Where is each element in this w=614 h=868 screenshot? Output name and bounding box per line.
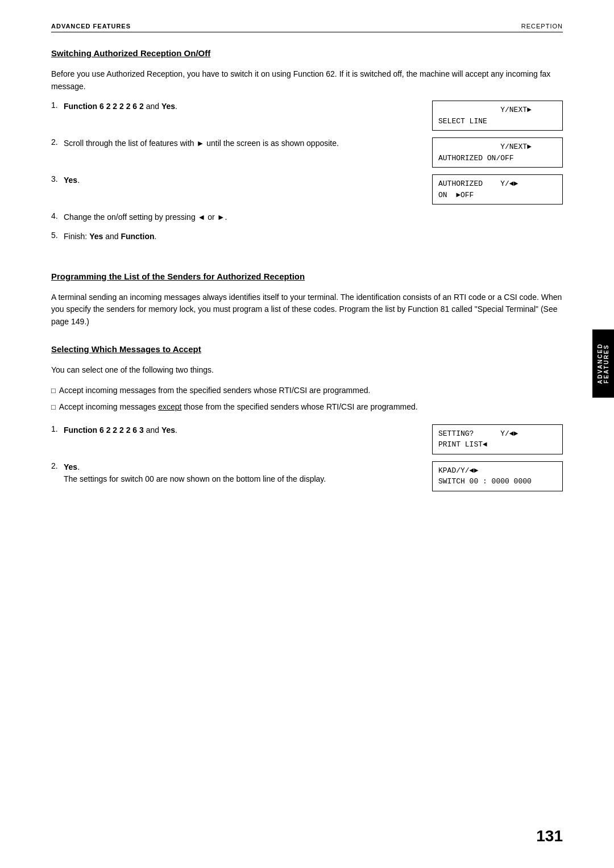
checkbox2-text: Accept incoming messages except those fr… (59, 401, 418, 413)
s3-step2-lcd: KPAD/Y/◄► SWITCH 00 : 0000 0000 (432, 461, 563, 491)
s3-step2: 2. Yes. The settings for switch 00 are n… (51, 461, 415, 486)
step1-row: 1. Function 6 2 2 2 2 6 2 and Yes. Y/NEX… (51, 101, 563, 131)
step3-lcd: AUTHORIZED Y/◄► ON ►OFF (432, 174, 563, 205)
step1-content: Function 6 2 2 2 2 6 2 and Yes. (64, 101, 415, 113)
s3-step2-row: 2. Yes. The settings for switch 00 are n… (51, 461, 563, 493)
section1: Switching Authorized Reception On/Off Be… (51, 48, 563, 243)
step3-left: 3. Yes. (51, 174, 415, 194)
step4: 4. Change the on/off setting by pressing… (51, 211, 563, 224)
s3-step1-and: and (146, 425, 161, 435)
s3-step1-lcd: SETTING? Y/◄► PRINT LIST◄ (432, 424, 563, 454)
section2-heading: Programming the List of the Senders for … (51, 272, 563, 281)
s3-step1-period: . (175, 425, 177, 435)
step1-period: . (175, 102, 177, 111)
side-tab: ADVANCEDFEATURES (592, 329, 614, 398)
side-tab-text: ADVANCEDFEATURES (597, 343, 609, 384)
step5-number: 5. (51, 231, 64, 240)
s3-step2-subtext: The settings for switch 00 are now shown… (64, 474, 326, 483)
lcd2-line1: Y/NEXT► (438, 141, 557, 153)
s3-step2-content: Yes. The settings for switch 00 are now … (64, 461, 415, 486)
checkbox1-symbol: □ (51, 385, 56, 397)
s3-step2-bold: Yes (64, 462, 77, 471)
step1-bold2: Yes (161, 102, 175, 111)
step1-number: 1. (51, 101, 64, 110)
step3-row: 3. Yes. AUTHORIZED Y/◄► ON ►OFF (51, 174, 563, 205)
except-word: except (158, 402, 181, 411)
section3: Selecting Which Messages to Accept You c… (51, 344, 563, 493)
lcd-box-1: Y/NEXT► SELECT LINE (432, 101, 563, 131)
step1: 1. Function 6 2 2 2 2 6 2 and Yes. (51, 101, 415, 113)
checkbox2-item: □ Accept incoming messages except those … (51, 401, 563, 413)
s3-step2-period: . (77, 462, 80, 471)
step1-left: 1. Function 6 2 2 2 2 6 2 and Yes. (51, 101, 415, 120)
step2-number: 2. (51, 137, 64, 147)
step1-bold1: Function 6 2 2 2 2 6 2 (64, 102, 144, 111)
step5-function: Function (121, 232, 154, 241)
lcd-s3-1-line1: SETTING? Y/◄► (438, 428, 557, 440)
section3-heading: Selecting Which Messages to Accept (51, 344, 563, 354)
step2-lcd: Y/NEXT► AUTHORIZED ON/OFF (432, 137, 563, 168)
lcd1-line1: Y/NEXT► (438, 105, 557, 116)
page-header: ADVANCED FEATURES RECEPTION (51, 23, 563, 32)
checkbox2-symbol: □ (51, 402, 56, 413)
step5-content: Finish: Yes and Function. (64, 231, 563, 243)
step1-lcd: Y/NEXT► SELECT LINE (432, 101, 563, 131)
s3-step2-number: 2. (51, 461, 64, 470)
step1-and: and (146, 102, 161, 111)
step2: 2. Scroll through the list of features w… (51, 137, 415, 150)
lcd-box-2: Y/NEXT► AUTHORIZED ON/OFF (432, 137, 563, 168)
s3-step1: 1. Function 6 2 2 2 2 6 3 and Yes. (51, 424, 415, 437)
lcd-s3-2-line2: SWITCH 00 : 0000 0000 (438, 476, 557, 487)
header-right: RECEPTION (521, 23, 563, 30)
step3-number: 3. (51, 174, 64, 183)
s3-step1-bold1: Function 6 2 2 2 2 6 3 (64, 425, 144, 435)
lcd2-line2: AUTHORIZED ON/OFF (438, 153, 557, 164)
page-number: 131 (536, 827, 563, 845)
lcd3-line2: ON ►OFF (438, 190, 557, 201)
step3-content: Yes. (64, 174, 415, 187)
step4-content: Change the on/off setting by pressing ◄ … (64, 211, 563, 224)
lcd-box-s3-1: SETTING? Y/◄► PRINT LIST◄ (432, 424, 563, 454)
s3-step1-number: 1. (51, 424, 64, 433)
step2-left: 2. Scroll through the list of features w… (51, 137, 415, 157)
section2: Programming the List of the Senders for … (51, 272, 563, 328)
s3-step2-left: 2. Yes. The settings for switch 00 are n… (51, 461, 415, 493)
step3-period: . (77, 176, 80, 185)
lcd-s3-1-line2: PRINT LIST◄ (438, 439, 557, 450)
s3-step1-bold2: Yes (161, 425, 175, 435)
section1-intro: Before you use Authorized Reception, you… (51, 68, 563, 93)
step2-row: 2. Scroll through the list of features w… (51, 137, 563, 168)
s3-step1-row: 1. Function 6 2 2 2 2 6 3 and Yes. SETTI… (51, 424, 563, 454)
checkbox1-text: Accept incoming messages from the specif… (59, 385, 371, 397)
page-container: ADVANCEDFEATURES ADVANCED FEATURES RECEP… (0, 0, 614, 868)
step2-content: Scroll through the list of features with… (64, 137, 415, 150)
lcd1-line2: SELECT LINE (438, 116, 557, 127)
step3: 3. Yes. (51, 174, 415, 187)
step5: 5. Finish: Yes and Function. (51, 231, 563, 243)
checkbox1-item: □ Accept incoming messages from the spec… (51, 385, 563, 397)
s3-step1-left: 1. Function 6 2 2 2 2 6 3 and Yes. (51, 424, 415, 444)
header-left: ADVANCED FEATURES (51, 23, 131, 30)
step3-bold: Yes (64, 176, 77, 185)
section3-intro: You can select one of the following two … (51, 364, 563, 377)
s3-step1-content: Function 6 2 2 2 2 6 3 and Yes. (64, 424, 415, 437)
lcd-box-3: AUTHORIZED Y/◄► ON ►OFF (432, 174, 563, 205)
lcd-box-s3-2: KPAD/Y/◄► SWITCH 00 : 0000 0000 (432, 461, 563, 491)
lcd3-line1: AUTHORIZED Y/◄► (438, 178, 557, 190)
step4-number: 4. (51, 211, 64, 220)
lcd-s3-2-line1: KPAD/Y/◄► (438, 465, 557, 477)
section1-heading: Switching Authorized Reception On/Off (51, 48, 563, 58)
step5-yes: Yes (89, 232, 103, 241)
section2-body: A terminal sending an incoming messages … (51, 291, 563, 328)
